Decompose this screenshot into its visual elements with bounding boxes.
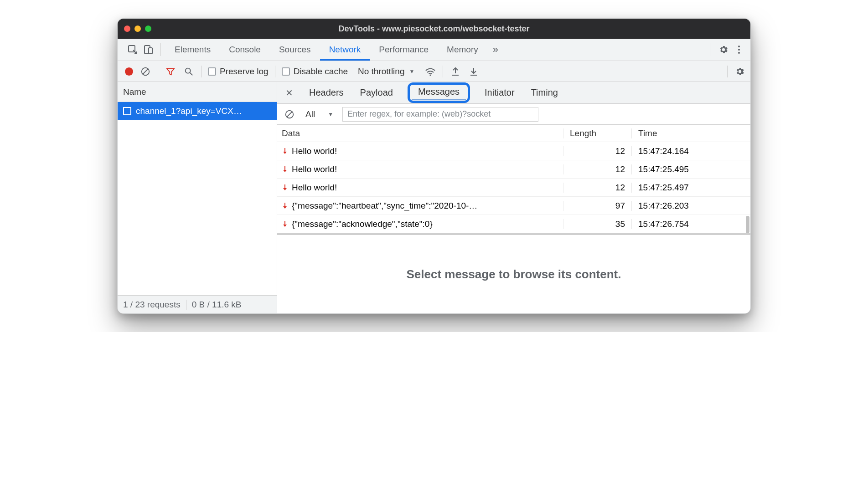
clear-icon[interactable] <box>140 66 151 77</box>
window-minimize-button[interactable] <box>134 26 141 32</box>
message-length: 12 <box>563 183 632 193</box>
clear-messages-icon[interactable] <box>284 108 295 120</box>
settings-icon[interactable] <box>716 42 731 57</box>
network-body: Name channel_1?api_key=VCX… 1 / 23 reque… <box>118 82 750 313</box>
requests-header-name[interactable]: Name <box>118 82 277 102</box>
status-requests: 1 / 23 requests <box>123 300 181 310</box>
message-row[interactable]: Hello world!1215:47:25.495 <box>277 160 750 179</box>
message-content-placeholder: Select message to browse its content. <box>277 235 750 313</box>
separator <box>201 66 202 77</box>
message-time: 15:47:24.164 <box>632 146 750 156</box>
request-name: channel_1?api_key=VCX… <box>136 106 242 116</box>
tab-elements[interactable]: Elements <box>165 39 220 61</box>
incoming-arrow-icon <box>282 202 288 210</box>
upload-har-icon[interactable] <box>450 66 461 77</box>
inspect-icon[interactable] <box>125 42 140 57</box>
scrollbar-thumb[interactable] <box>746 216 749 233</box>
message-data: Hello world! <box>292 164 337 174</box>
col-header-data[interactable]: Data <box>277 128 563 138</box>
disable-cache-label: Disable cache <box>294 66 348 77</box>
message-type-select[interactable]: All ▼ <box>302 109 336 119</box>
svg-line-14 <box>287 112 292 117</box>
close-details-button[interactable]: ✕ <box>284 87 294 98</box>
separator <box>727 66 728 77</box>
message-time: 15:47:25.495 <box>632 164 750 174</box>
network-settings-icon[interactable] <box>734 66 746 77</box>
message-data: {"message":"heartbeat","sync_time":"2020… <box>292 201 477 211</box>
message-row[interactable]: {"message":"heartbeat","sync_time":"2020… <box>277 197 750 215</box>
svg-line-9 <box>190 72 193 75</box>
window-maximize-button[interactable] <box>145 26 151 32</box>
preserve-log-label: Preserve log <box>220 66 269 77</box>
kebab-menu-icon[interactable] <box>731 42 747 57</box>
incoming-arrow-icon <box>282 166 288 173</box>
message-row[interactable]: {"message":"acknowledge","state":0}3515:… <box>277 215 750 233</box>
incoming-arrow-icon <box>282 184 288 191</box>
svg-point-3 <box>738 46 740 47</box>
details-tab-messages[interactable]: Messages <box>408 82 470 103</box>
network-toolbar: Preserve log Disable cache No throttling… <box>118 61 750 82</box>
disable-cache-checkbox[interactable]: Disable cache <box>282 66 348 77</box>
websocket-icon <box>123 107 131 115</box>
message-data: Hello world! <box>292 183 337 193</box>
message-type-value: All <box>305 109 315 119</box>
window-title: DevTools - www.piesocket.com/websocket-t… <box>118 24 750 34</box>
message-filter-input[interactable] <box>342 107 538 122</box>
messages-filter-bar: All ▼ <box>277 104 750 125</box>
messages-table: Data Length Time Hello world!1215:47:24.… <box>277 125 750 235</box>
messages-table-header: Data Length Time <box>277 125 750 142</box>
devtools-window: DevTools - www.piesocket.com/websocket-t… <box>117 18 751 314</box>
message-length: 97 <box>563 201 632 211</box>
traffic-lights <box>124 26 151 32</box>
request-row[interactable]: channel_1?api_key=VCX… <box>118 102 277 120</box>
main-tabs: ElementsConsoleSourcesNetworkPerformance… <box>118 39 750 61</box>
separator <box>275 66 275 77</box>
details-pane: ✕ HeadersPayloadMessagesInitiatorTiming … <box>277 82 750 313</box>
message-time: 15:47:25.497 <box>632 183 750 193</box>
details-tab-headers[interactable]: Headers <box>307 87 346 98</box>
col-header-time[interactable]: Time <box>632 128 750 138</box>
separator <box>443 66 443 77</box>
tab-sources[interactable]: Sources <box>270 39 320 61</box>
incoming-arrow-icon <box>282 148 288 155</box>
download-har-icon[interactable] <box>468 66 480 77</box>
tab-network[interactable]: Network <box>320 39 370 61</box>
tab-performance[interactable]: Performance <box>370 39 438 61</box>
more-tabs-button[interactable]: » <box>487 44 504 56</box>
svg-rect-2 <box>149 48 152 54</box>
search-icon[interactable] <box>183 66 195 77</box>
message-row[interactable]: Hello world!1215:47:24.164 <box>277 142 750 160</box>
separator <box>158 66 158 77</box>
requests-pane: Name channel_1?api_key=VCX… 1 / 23 reque… <box>118 82 277 313</box>
status-transfer: 0 B / 11.6 kB <box>192 300 242 310</box>
separator <box>160 43 161 56</box>
tab-console[interactable]: Console <box>220 39 270 61</box>
message-length: 35 <box>563 219 632 229</box>
details-tab-initiator[interactable]: Initiator <box>483 87 517 98</box>
throttling-value: No throttling <box>358 66 404 77</box>
separator <box>711 43 711 56</box>
details-tabs: ✕ HeadersPayloadMessagesInitiatorTiming <box>277 82 750 104</box>
message-data: Hello world! <box>292 146 337 156</box>
svg-point-4 <box>738 49 740 51</box>
message-length: 12 <box>563 164 632 174</box>
filter-icon[interactable] <box>165 66 176 77</box>
col-header-length[interactable]: Length <box>563 128 632 138</box>
record-button[interactable] <box>125 67 133 76</box>
details-tab-payload[interactable]: Payload <box>358 87 395 98</box>
incoming-arrow-icon <box>282 220 288 228</box>
message-time: 15:47:26.203 <box>632 201 750 211</box>
message-time: 15:47:26.754 <box>632 219 750 229</box>
svg-point-8 <box>186 68 191 73</box>
chevron-down-icon: ▼ <box>328 111 333 118</box>
message-length: 12 <box>563 146 632 156</box>
tab-memory[interactable]: Memory <box>438 39 487 61</box>
window-close-button[interactable] <box>124 26 130 32</box>
preserve-log-checkbox[interactable]: Preserve log <box>208 66 269 77</box>
message-row[interactable]: Hello world!1215:47:25.497 <box>277 179 750 197</box>
message-data: {"message":"acknowledge","state":0} <box>292 219 433 229</box>
device-toggle-icon[interactable] <box>140 42 156 57</box>
throttling-select[interactable]: No throttling ▼ <box>354 66 418 77</box>
network-conditions-icon[interactable] <box>424 66 436 77</box>
details-tab-timing[interactable]: Timing <box>529 87 560 98</box>
